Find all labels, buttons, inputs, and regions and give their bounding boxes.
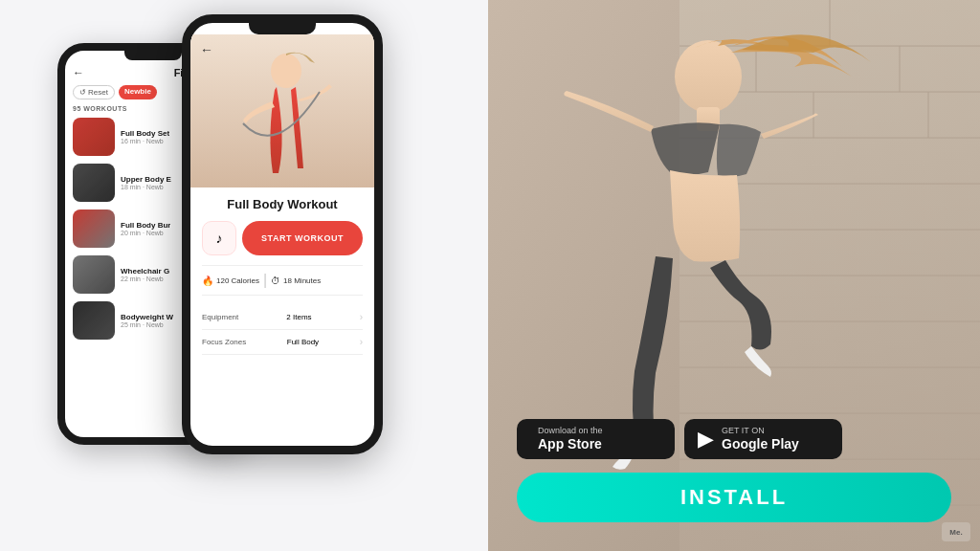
workout-thumbnail <box>73 209 115 248</box>
workout-thumbnail <box>73 301 115 340</box>
focus-zones-label: Focus Zones <box>202 338 246 346</box>
brand-text: Me. <box>949 528 962 537</box>
app-store-text: Download on the App Store <box>538 427 603 452</box>
minutes-stat: ⏱ 18 Minutes <box>271 276 321 286</box>
workout-info: Full Body Set 16 min · Newb <box>121 129 169 144</box>
workout-meta: 20 min · Newb <box>121 230 170 236</box>
chevron-right-icon: › <box>360 337 363 347</box>
install-button[interactable]: INSTALL <box>517 473 951 522</box>
workout-meta: 16 min · Newb <box>121 138 169 144</box>
clock-icon: ⏱ <box>271 276 280 286</box>
google-play-button[interactable]: ▶ GET IT ON Google Play <box>684 419 842 459</box>
google-play-icon: ▶ <box>698 427 714 452</box>
pf-start-row: ♪ START WORKOUT <box>202 221 363 255</box>
stat-divider: | <box>263 272 267 289</box>
newbie-chip[interactable]: Newbie <box>119 85 157 99</box>
app-store-label: Download on the <box>538 427 603 435</box>
workout-name: Upper Body E <box>121 175 171 184</box>
workout-meta: 22 min · Newb <box>121 276 169 282</box>
phones-container: ← Fitness at H ↺ Reset Newbie 95 WORKOUT… <box>48 14 450 531</box>
install-label: INSTALL <box>680 485 788 510</box>
start-workout-button[interactable]: START WORKOUT <box>242 221 363 255</box>
google-play-name: Google Play <box>722 437 799 452</box>
workout-thumbnail <box>73 255 115 294</box>
focus-zones-row[interactable]: Focus Zones Full Body › <box>202 330 363 355</box>
workout-info: Upper Body E 18 min · Newb <box>121 175 171 190</box>
chevron-right-icon: › <box>360 312 363 322</box>
brand-logo: Me. <box>942 522 970 541</box>
workout-name: Bodyweight W <box>121 313 173 321</box>
calories-value: 120 Calories <box>216 276 259 285</box>
pf-workout-title: Full Body Workout <box>202 197 363 211</box>
reset-chip[interactable]: ↺ Reset <box>73 85 115 99</box>
workout-info: Full Body Bur 20 min · Newb <box>121 221 170 236</box>
left-panel: ← Fitness at H ↺ Reset Newbie 95 WORKOUT… <box>0 0 488 551</box>
refresh-icon: ↺ <box>79 88 86 97</box>
pf-stats-row: 🔥 120 Calories | ⏱ 18 Minutes <box>202 265 363 296</box>
app-store-name: App Store <box>538 437 603 452</box>
minutes-value: 18 Minutes <box>283 276 321 285</box>
music-button[interactable]: ♪ <box>202 221 236 255</box>
app-store-button[interactable]: Download on the App Store <box>517 419 675 459</box>
phone-front: ← <box>182 14 383 454</box>
store-buttons: Download on the App Store ▶ GET IT ON Go… <box>517 419 951 459</box>
workout-thumbnail <box>73 118 115 156</box>
workout-thumbnail <box>73 164 115 202</box>
focus-zones-value: Full Body <box>287 338 319 346</box>
workout-meta: 18 min · Newb <box>121 184 171 190</box>
workout-name: Full Body Bur <box>121 221 170 230</box>
pf-back-arrow-icon[interactable]: ← <box>200 42 213 57</box>
equipment-value: 2 Items <box>286 313 311 321</box>
calories-stat: 🔥 120 Calories <box>202 276 259 286</box>
google-play-text: GET IT ON Google Play <box>722 427 799 452</box>
pf-hero-image: ← <box>190 34 374 187</box>
phone-back-notch <box>124 51 182 60</box>
workout-info: Wheelchair G 22 min · Newb <box>121 267 169 282</box>
pb-back-arrow-icon: ← <box>73 66 84 79</box>
workout-name: Wheelchair G <box>121 267 169 276</box>
phone-front-notch <box>249 23 316 34</box>
start-workout-label: START WORKOUT <box>261 233 344 243</box>
right-panel: Download on the App Store ▶ GET IT ON Go… <box>488 0 980 551</box>
svg-point-1 <box>271 54 301 88</box>
equipment-label: Equipment <box>202 313 238 321</box>
reset-label: Reset <box>88 88 108 97</box>
music-icon: ♪ <box>216 231 223 246</box>
right-content: Download on the App Store ▶ GET IT ON Go… <box>488 0 980 551</box>
pf-content: Full Body Workout ♪ START WORKOUT 🔥 120 … <box>190 187 374 364</box>
newbie-label: Newbie <box>124 87 151 96</box>
equipment-row[interactable]: Equipment 2 Items › <box>202 305 363 330</box>
athlete-figure-svg <box>190 34 374 187</box>
workout-name: Full Body Set <box>121 129 169 138</box>
flame-icon: 🔥 <box>202 276 213 286</box>
google-play-label: GET IT ON <box>722 427 799 435</box>
workout-meta: 25 min · Newb <box>121 321 173 328</box>
workout-info: Bodyweight W 25 min · Newb <box>121 313 173 328</box>
